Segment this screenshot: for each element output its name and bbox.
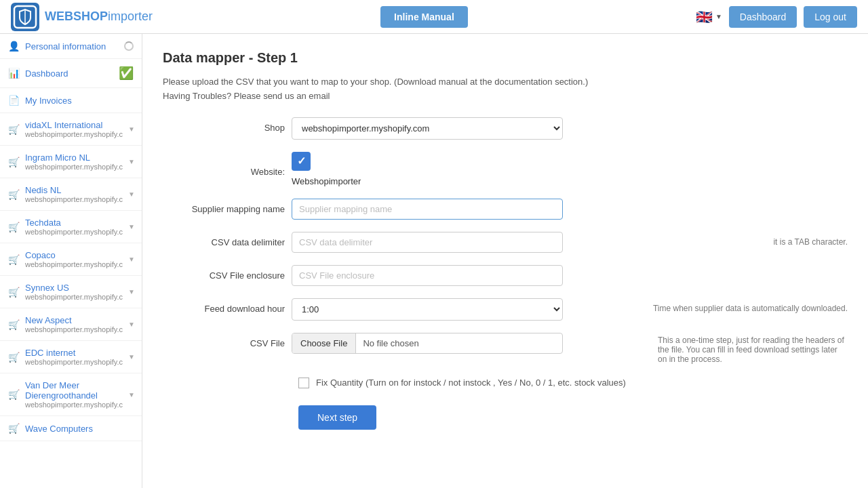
next-step-row: Next step [298, 405, 848, 430]
shop-row: Shop webshopimporter.myshopify.com [163, 117, 848, 140]
layout: 👤 Personal information 📊 Dashboard ✅ 📄 M… [0, 34, 868, 488]
csv-enclosure-row: CSV File enclosure [163, 265, 848, 286]
sidebar-item-synnex[interactable]: 🛒 Synnex US webshopimporter.myshopify.c … [0, 276, 142, 308]
shop-select[interactable]: webshopimporter.myshopify.com [292, 117, 563, 140]
csv-file-row: CSV File Choose File No file chosen [163, 333, 651, 354]
description-line2: Having Troubles? Please send us an email [163, 91, 330, 101]
feed-download-row: Feed download hour 1:00 2:00 3:00 [163, 298, 646, 321]
user-icon: 👤 [8, 41, 20, 52]
fix-quantity-checkbox[interactable] [298, 378, 309, 388]
cart-icon: 🛒 [8, 389, 20, 400]
sidebar-item-nedis[interactable]: 🛒 Nedis NL webshopimporter.myshopify.c ▼ [0, 178, 142, 211]
sidebar-item-wave[interactable]: 🛒 Wave Computers [0, 416, 142, 441]
feed-download-hint: Time when supplier data is automatically… [653, 298, 848, 313]
csv-delimiter-row: CSV data delimiter [163, 232, 766, 253]
logout-button[interactable]: Log out [804, 6, 857, 28]
website-checkbox[interactable]: ✓ [292, 152, 311, 171]
flag-icon: 🇬🇧 [696, 9, 713, 25]
page-title: Data mapper - Step 1 [163, 50, 848, 66]
logo-icon [11, 3, 39, 31]
supplier-mapping-input[interactable] [292, 199, 563, 220]
cart-icon: 🛒 [8, 423, 20, 434]
sidebar-item-invoices[interactable]: 📄 My Invoices [0, 88, 142, 113]
chevron-right-icon: ▼ [128, 158, 135, 165]
sidebar: 👤 Personal information 📊 Dashboard ✅ 📄 M… [0, 34, 142, 488]
fix-quantity-label: Fix Quantity (Turn on for instock / not … [316, 376, 626, 390]
csv-enclosure-input[interactable] [292, 265, 563, 286]
sidebar-item-van-der-meer[interactable]: 🛒 Van Der Meer Dierengroothandel webshop… [0, 373, 142, 416]
cart-icon: 🛒 [8, 222, 20, 232]
next-step-button[interactable]: Next step [298, 405, 376, 430]
header-center: Inline Manual [380, 6, 468, 28]
csv-enclosure-wrap [292, 265, 563, 286]
cart-icon: 🛒 [8, 254, 20, 265]
csv-file-wrap: Choose File No file chosen [292, 333, 563, 354]
chevron-right-icon: ▼ [128, 353, 135, 361]
supplier-mapping-wrap [292, 199, 563, 220]
invoice-icon: 📄 [8, 95, 20, 106]
cart-icon: 🛒 [8, 319, 20, 330]
chevron-down-icon: ▼ [715, 13, 722, 20]
feed-download-wrap: 1:00 2:00 3:00 [292, 298, 563, 321]
csv-delimiter-input[interactable] [292, 232, 563, 253]
choose-file-button[interactable]: Choose File [292, 333, 356, 353]
feed-download-container: Feed download hour 1:00 2:00 3:00 Time w… [163, 298, 848, 321]
chevron-right-icon: ▼ [128, 391, 135, 399]
sidebar-item-label: Wave Computers [25, 424, 134, 434]
file-name-display: No file chosen [356, 333, 562, 353]
language-selector[interactable]: 🇬🇧 ▼ [696, 9, 722, 25]
spinner-icon [124, 41, 134, 51]
csv-file-hint: This a one-time step, just for reading t… [658, 333, 848, 364]
sidebar-item-label: vidaXL International webshopimporter.mys… [25, 120, 123, 138]
csv-delimiter-container: CSV data delimiter it is a TAB character… [163, 232, 848, 253]
feed-download-select[interactable]: 1:00 2:00 3:00 [292, 298, 563, 321]
dashboard-icon: 📊 [8, 68, 20, 79]
cart-icon: 🛒 [8, 189, 20, 200]
header-right: 🇬🇧 ▼ Dashboard Log out [696, 6, 857, 28]
website-row: Website: ✓ Webshopimporter [163, 152, 848, 186]
shop-label: Shop [163, 117, 285, 133]
csv-file-label: CSV File [163, 333, 285, 348]
cart-icon: 🛒 [8, 124, 20, 135]
sidebar-item-label: Van Der Meer Dierengroothandel webshopim… [25, 380, 123, 409]
csv-delimiter-label: CSV data delimiter [163, 232, 285, 247]
sidebar-item-label: My Invoices [25, 96, 134, 106]
sidebar-item-dashboard[interactable]: 📊 Dashboard ✅ [0, 59, 142, 88]
cart-icon: 🛒 [8, 352, 20, 363]
sidebar-item-vidaxl[interactable]: 🛒 vidaXL International webshopimporter.m… [0, 113, 142, 146]
csv-delimiter-wrap [292, 232, 563, 253]
chevron-right-icon: ▼ [128, 288, 135, 296]
shop-control-wrap: webshopimporter.myshopify.com [292, 117, 563, 140]
description-line1: Please upload the CSV that you want to m… [163, 77, 588, 87]
csv-enclosure-label: CSV File enclosure [163, 265, 285, 281]
sidebar-item-personal-info[interactable]: 👤 Personal information [0, 34, 142, 59]
sidebar-item-techdata[interactable]: 🛒 Techdata webshopimporter.myshopify.c ▼ [0, 211, 142, 243]
cart-icon: 🛒 [8, 157, 20, 167]
chevron-right-icon: ▼ [128, 190, 135, 198]
sidebar-item-new-aspect[interactable]: 🛒 New Aspect webshopimporter.myshopify.c… [0, 308, 142, 341]
file-input-wrap: Choose File No file chosen [292, 333, 563, 354]
website-name: Webshopimporter [292, 176, 361, 186]
logo-text: WEBSHOPimporter [45, 9, 153, 24]
cart-icon: 🛒 [8, 287, 20, 298]
description: Please upload the CSV that you want to m… [163, 75, 848, 104]
chevron-right-icon: ▼ [128, 125, 135, 133]
sidebar-item-ingram[interactable]: 🛒 Ingram Micro NL webshopimporter.myshop… [0, 146, 142, 178]
sidebar-item-label: Synnex US webshopimporter.myshopify.c [25, 283, 123, 301]
supplier-mapping-row: Supplier mapping name [163, 199, 848, 220]
sidebar-item-label: Dashboard [25, 68, 113, 79]
inline-manual-button[interactable]: Inline Manual [380, 6, 468, 28]
sidebar-item-label: Ingram Micro NL webshopimporter.myshopif… [25, 152, 123, 171]
feed-download-label: Feed download hour [163, 298, 285, 314]
csv-delimiter-hint: it is a TAB character. [773, 232, 848, 247]
dashboard-button[interactable]: Dashboard [729, 6, 797, 28]
sidebar-item-label: New Aspect webshopimporter.myshopify.c [25, 315, 123, 333]
csv-file-container: CSV File Choose File No file chosen This… [163, 333, 848, 364]
sidebar-item-edc[interactable]: 🛒 EDC internet webshopimporter.myshopify… [0, 341, 142, 373]
sidebar-item-copaco[interactable]: 🛒 Copaco webshopimporter.myshopify.c ▼ [0, 243, 142, 276]
main-content: Data mapper - Step 1 Please upload the C… [142, 34, 868, 488]
sidebar-item-label: Nedis NL webshopimporter.myshopify.c [25, 185, 123, 203]
header: WEBSHOPimporter Inline Manual 🇬🇧 ▼ Dashb… [0, 0, 868, 34]
chevron-right-icon: ▼ [128, 256, 135, 263]
logo: WEBSHOPimporter [11, 3, 153, 31]
